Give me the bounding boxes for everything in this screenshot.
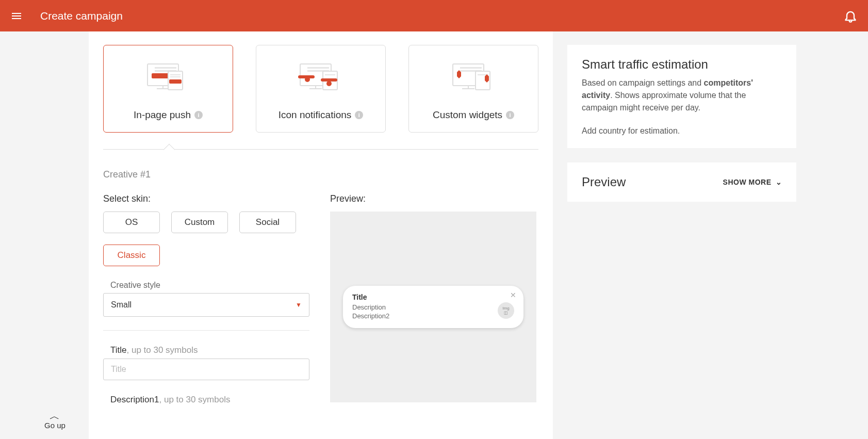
main-panel: In-page push i — [89, 31, 553, 439]
preview-notif-desc2: Description2 — [352, 312, 493, 321]
divider — [103, 330, 309, 331]
tab-arrow-indicator — [163, 144, 175, 156]
desc1-field-block: Description1, up to 30 symbols — [103, 395, 309, 405]
skin-btn-classic[interactable]: Classic — [103, 245, 160, 266]
title-input[interactable] — [103, 359, 309, 380]
hamburger-icon[interactable] — [10, 10, 23, 22]
svg-point-16 — [305, 77, 310, 82]
go-up-button[interactable]: ︿ Go up — [44, 411, 65, 430]
traffic-estimation-card: Smart traffic estimation Based on campai… — [567, 45, 796, 148]
page-title: Create campaign — [40, 10, 123, 22]
svg-rect-3 — [155, 67, 176, 69]
right-sidebar: Smart traffic estimation Based on campai… — [567, 31, 796, 439]
form-left-column: Select skin: OS Custom Social Classic Cr… — [103, 193, 309, 408]
skin-btn-custom[interactable]: Custom — [171, 212, 228, 233]
show-more-label: SHOW MORE — [723, 178, 772, 186]
svg-rect-13 — [307, 67, 329, 69]
info-icon[interactable]: i — [355, 111, 363, 119]
info-icon[interactable]: i — [506, 111, 514, 119]
info-icon[interactable]: i — [194, 111, 203, 119]
custom-widgets-icon — [409, 45, 538, 109]
skin-btn-social[interactable]: Social — [239, 212, 296, 233]
preview-card: Preview SHOW MORE ⌄ — [567, 162, 796, 202]
ad-type-tabs: In-page push i — [103, 45, 538, 133]
preview-notif-desc1: Description — [352, 303, 493, 312]
preview-texts: Title Description Description2 — [352, 293, 493, 321]
show-more-button[interactable]: SHOW MORE ⌄ — [723, 178, 782, 186]
preview-notification: ✕ Title Description Description2 Img ◫ — [343, 286, 523, 328]
svg-rect-9 — [169, 79, 182, 84]
tab-custom-widgets[interactable]: Custom widgets i — [408, 45, 538, 133]
desc1-label-strong: Description1 — [110, 395, 159, 404]
chevron-down-icon: ⌄ — [776, 178, 782, 186]
creative-style-select[interactable]: Small ▼ — [103, 293, 309, 317]
svg-point-20 — [326, 81, 332, 86]
tab-inpage-push[interactable]: In-page push i — [103, 45, 233, 133]
tab-divider — [103, 149, 538, 150]
desc1-label-weak: , up to 30 symbols — [159, 395, 231, 404]
content-area: In-page push i — [0, 31, 868, 439]
icon-notifications-icon — [256, 45, 385, 109]
title-field-block: Title, up to 30 symbols — [103, 345, 309, 380]
tab-label: Custom widgets — [433, 109, 502, 121]
creative-style-field: Creative style Small ▼ — [103, 281, 309, 317]
title-field-label: Title, up to 30 symbols — [103, 345, 309, 355]
svg-rect-8 — [170, 76, 181, 77]
creative-heading: Creative #1 — [103, 169, 538, 180]
skin-button-group: OS Custom Social Classic — [103, 212, 309, 266]
svg-rect-7 — [170, 74, 181, 75]
svg-rect-5 — [152, 73, 169, 78]
go-up-label: Go up — [44, 421, 65, 430]
title-label-strong: Title — [110, 345, 127, 355]
inpage-push-icon — [104, 45, 233, 109]
preview-label: Preview: — [330, 193, 538, 204]
app-header: Create campaign — [0, 0, 868, 31]
preview-box: ✕ Title Description Description2 Img ◫ — [330, 212, 536, 402]
preview-notif-title: Title — [352, 293, 493, 301]
tab-icon-notifications[interactable]: Icon notifications i — [256, 45, 386, 133]
tab-label: In-page push — [134, 109, 191, 121]
svg-rect-18 — [325, 74, 335, 75]
chevron-up-icon: ︿ — [50, 411, 60, 421]
preview-column: Preview: ✕ Title Description Description… — [330, 193, 538, 408]
traffic-estimation-text: Based on campaign settings and competito… — [582, 77, 782, 114]
bell-icon[interactable] — [843, 9, 858, 23]
traffic-estimation-title: Smart traffic estimation — [582, 57, 782, 72]
traffic-estimation-hint: Add country for estimation. — [582, 126, 782, 136]
tab-label: Icon notifications — [279, 109, 352, 121]
caret-down-icon: ▼ — [296, 301, 302, 308]
select-skin-label: Select skin: — [103, 193, 309, 204]
creative-style-label: Creative style — [103, 281, 309, 290]
desc1-field-label: Description1, up to 30 symbols — [103, 395, 309, 405]
creative-style-value: Small — [111, 300, 132, 310]
image-placeholder-icon: Img ◫ — [498, 302, 514, 319]
sidebar-preview-title: Preview — [582, 175, 626, 189]
form-columns: Select skin: OS Custom Social Classic Cr… — [103, 193, 538, 408]
title-label-weak: , up to 30 symbols — [127, 345, 198, 355]
svg-rect-24 — [460, 67, 482, 69]
close-icon[interactable]: ✕ — [510, 291, 516, 299]
skin-btn-os[interactable]: OS — [103, 212, 160, 233]
